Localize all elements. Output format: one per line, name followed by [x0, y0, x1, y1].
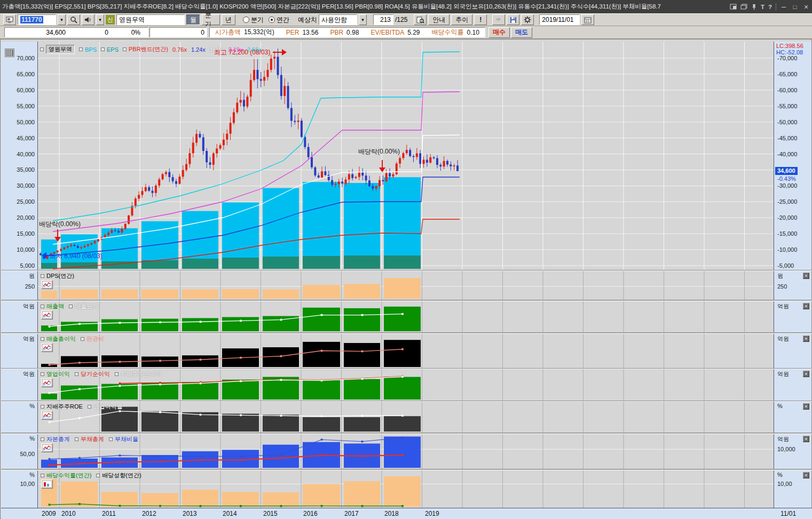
line-chart-icon[interactable] [41, 411, 53, 420]
legend-item[interactable]: 매출총이익 [46, 335, 76, 343]
legend-item[interactable]: 판관비 [86, 335, 104, 343]
legend-item[interactable]: 부채총계 [81, 435, 104, 443]
close-panel-icon[interactable]: × [803, 303, 809, 309]
minimize-button[interactable]: ─ [780, 4, 787, 10]
line-chart-icon[interactable] [41, 443, 53, 452]
legend-checkbox[interactable] [96, 474, 100, 477]
radio-quarter[interactable]: 분기 [243, 15, 264, 25]
line-chart-icon[interactable] [41, 310, 53, 320]
legend-checkbox[interactable] [41, 405, 44, 409]
close-panel-icon[interactable]: × [803, 273, 809, 279]
stock-code-input[interactable]: 111770 [18, 14, 56, 25]
line-chart-icon[interactable] [41, 378, 53, 387]
legend-checkbox[interactable] [40, 47, 44, 51]
legend-item[interactable]: 배당성향(연간) [102, 472, 141, 480]
alert-button[interactable]: ! [474, 14, 487, 25]
speaker-dropdown-button[interactable]: ▼ [96, 14, 104, 25]
legend-checkbox[interactable] [75, 372, 78, 376]
close-panel-icon[interactable]: × [803, 371, 809, 377]
legend-item[interactable]: 지배주주ROE [46, 403, 83, 411]
price-tick-label: -15,000 [777, 230, 797, 237]
estimate-select[interactable]: 사용안함 [319, 14, 357, 25]
compare-arrows-icon[interactable] [492, 14, 505, 25]
legend-checkbox[interactable] [81, 337, 84, 341]
legend-item[interactable]: 매출원가 [75, 302, 98, 310]
line-chart-icon[interactable] [41, 280, 53, 289]
bar-chart-icon[interactable] [41, 480, 53, 489]
legend-item[interactable]: 지배주주순이익 [121, 370, 162, 378]
radio-quarter-circle[interactable] [243, 17, 249, 23]
sell-button[interactable]: 매도 [511, 27, 532, 38]
cascade-windows-icon[interactable] [740, 4, 747, 10]
grid-table-icon[interactable] [5, 49, 14, 57]
sub-plot-grossprofit[interactable]: 매출총이익판관비 [38, 334, 774, 368]
legend-checkbox[interactable] [75, 437, 78, 441]
legend-item[interactable]: 배당수익률(연간) [46, 472, 91, 480]
legend-item[interactable]: 영원무역 [46, 45, 75, 54]
legend-checkbox[interactable] [123, 47, 127, 51]
legend-checkbox[interactable] [41, 474, 44, 477]
close-panel-icon[interactable]: × [803, 436, 809, 442]
stock-code-dropdown-button[interactable]: ▼ [58, 14, 66, 25]
sub-plot-equity[interactable]: 자본총계부채총계부채비율 [38, 434, 774, 469]
legend-item[interactable]: 영업이익률 [93, 403, 123, 411]
close-panel-icon[interactable]: × [803, 403, 809, 410]
legend-checkbox[interactable] [101, 47, 105, 51]
legend-item[interactable]: 영업이익 [46, 370, 70, 378]
radio-annual[interactable]: 연간 [269, 15, 289, 25]
legend-checkbox[interactable] [41, 337, 44, 341]
search-icon[interactable] [67, 14, 80, 25]
legend-checkbox[interactable] [41, 372, 44, 376]
text-tool-icon[interactable]: T [761, 4, 764, 10]
main-price-plot[interactable]: 영원무역BPSEPSPBR밴드(연간)0.76x1.24x1.71x2.19x2… [38, 42, 774, 270]
gear-icon[interactable] [521, 14, 534, 25]
sub-plot-opincome[interactable]: 영업이익당기순이익지배주주순이익 [38, 369, 774, 401]
legend-checkbox[interactable] [109, 437, 113, 441]
legend-item[interactable]: BPS [85, 46, 97, 53]
calendar-icon[interactable] [581, 14, 594, 25]
legend-checkbox[interactable] [115, 372, 119, 376]
help-icon[interactable]: ? [768, 4, 772, 10]
sub-plot-sales[interactable]: 매출액매출원가 [38, 301, 774, 332]
speaker-icon[interactable] [82, 14, 94, 25]
close-button[interactable]: × [802, 3, 810, 11]
pin-icon[interactable] [751, 4, 757, 10]
period-year-button[interactable]: 년 [222, 14, 235, 25]
sub-plot-dps[interactable]: DPS(연간) [38, 271, 774, 300]
legend-item[interactable]: 당기순이익 [81, 370, 110, 378]
sub-plot-roe[interactable]: 지배주주ROE영업이익률 [38, 402, 774, 433]
legend-checkbox[interactable] [41, 305, 44, 308]
legend-item[interactable]: 부채비율 [115, 435, 138, 443]
legend-item[interactable]: 매출액 [46, 302, 64, 310]
count-input[interactable]: 213 [373, 14, 393, 25]
estimate-dropdown-button[interactable]: ▼ [359, 14, 367, 25]
legend-item[interactable]: 1.24x [191, 46, 206, 53]
legend-item[interactable]: 자본총계 [46, 435, 70, 443]
guide-button[interactable]: 안내 [428, 14, 450, 25]
line-chart-icon[interactable] [41, 343, 53, 352]
close-panel-icon[interactable]: × [803, 472, 809, 478]
window-switch-button[interactable] [3, 14, 16, 25]
legend-item[interactable]: 0.76x [172, 46, 187, 53]
legend-item[interactable]: DPS(연간) [46, 272, 74, 280]
legend-checkbox[interactable] [41, 437, 44, 441]
legend-checkbox[interactable] [69, 305, 73, 308]
stock-name-input[interactable]: 영원무역 [116, 14, 185, 25]
period-quarter-button[interactable]: 분기 [202, 14, 220, 25]
period-month-button[interactable]: 월 [186, 14, 200, 25]
chart-search-icon[interactable] [414, 14, 427, 25]
buy-button[interactable]: 매수 [488, 27, 510, 38]
legend-checkbox[interactable] [79, 47, 83, 51]
close-panel-icon[interactable]: × [803, 336, 809, 342]
sub-plot-dividend[interactable]: 배당수익률(연간)배당성향(연간) [38, 470, 774, 508]
legend-item[interactable]: PBR밴드(연간) [129, 45, 168, 53]
trend-button[interactable]: 추이 [451, 14, 472, 25]
legend-item[interactable]: EPS [107, 46, 119, 53]
maximize-button[interactable]: □ [791, 4, 799, 10]
save-icon[interactable] [507, 14, 519, 25]
dock-window-icon[interactable] [730, 4, 737, 10]
legend-checkbox[interactable] [88, 405, 91, 409]
legend-checkbox[interactable] [41, 274, 44, 278]
date-input[interactable]: 2019/11/01 [539, 14, 580, 25]
radio-annual-circle[interactable] [269, 17, 275, 23]
